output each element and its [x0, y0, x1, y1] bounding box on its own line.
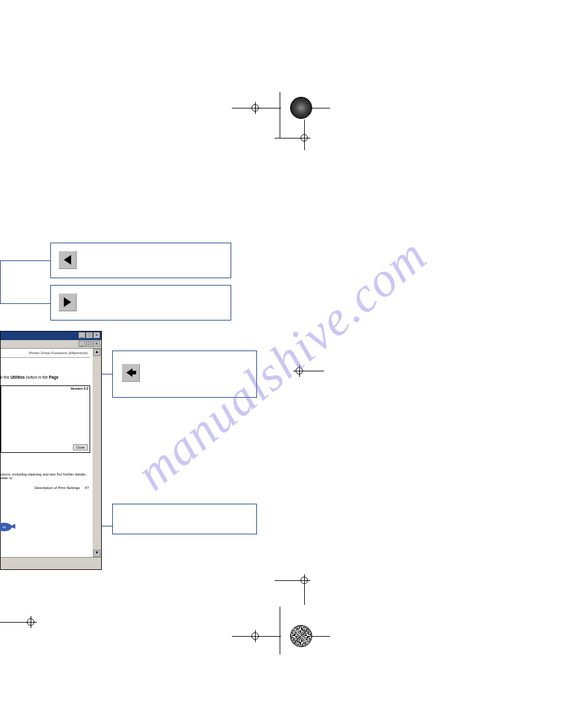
connector-line [0, 260, 50, 261]
page-number: 47 [85, 486, 89, 490]
connector-line [0, 303, 50, 304]
window-close-button[interactable]: × [93, 332, 100, 338]
toolbar-close-button[interactable]: × [93, 341, 100, 347]
document-body: ▲ ▼ Printer Driver Functions (Macintosh)… [1, 349, 101, 557]
divider [1, 357, 90, 358]
previous-page-button[interactable] [58, 251, 77, 269]
scroll-down-button[interactable]: ▼ [93, 550, 101, 557]
crop-mark-bottom-left [0, 613, 43, 631]
return-link[interactable]: rn [0, 523, 12, 531]
toolbar-maximize-button[interactable]: □ [86, 341, 93, 347]
window-toolbar: _ □ × [1, 340, 101, 349]
footer-text: Description of Print Settings [34, 486, 80, 490]
triangle-left-icon [64, 255, 71, 265]
registration-mark-icon [293, 365, 305, 377]
window-minimize-button[interactable]: _ [79, 332, 85, 338]
callout-previous [50, 243, 231, 278]
scroll-up-button[interactable]: ▲ [93, 349, 101, 356]
registration-mark-icon [298, 132, 310, 144]
window-maximize-button[interactable]: □ [86, 332, 93, 338]
registration-mark-icon [25, 616, 37, 628]
document-text-1: k the Utilities button in the Page [1, 360, 91, 383]
crop-circle-icon [290, 97, 312, 119]
registration-mark-icon [298, 574, 310, 586]
window-title-bar: _ □ × [1, 332, 101, 340]
dialog-preview: Version 3.0 Close [1, 385, 90, 453]
document-text-2: ctions, including cleaning and test For … [1, 455, 91, 482]
acrobat-window: _ □ × _ □ × ▲ ▼ Printer Driver Functions… [0, 331, 102, 570]
crop-mark-top-right-inner [287, 119, 318, 150]
toolbar-minimize-button[interactable]: _ [79, 341, 85, 347]
next-page-button[interactable] [58, 293, 77, 311]
registration-mark-icon [249, 630, 261, 642]
crop-circle-radial-icon [290, 625, 312, 647]
connector-line [102, 374, 112, 374]
crop-mark-bottom-right [232, 601, 330, 656]
dialog-close-button[interactable]: Close [73, 444, 88, 450]
callout-return [112, 504, 257, 534]
connector-line [0, 260, 1, 303]
document-header: Printer Driver Functions (Macintosh) [1, 351, 91, 355]
registration-mark-icon [249, 102, 261, 114]
window-status-bar [1, 557, 101, 569]
callout-next [50, 285, 231, 320]
arrow-left-icon [126, 370, 135, 376]
callout-back [112, 351, 257, 398]
dialog-version-label: Version 3.0 [71, 387, 88, 390]
triangle-right-icon [64, 297, 71, 307]
document-footer: Description of Print Settings 47 [1, 486, 91, 490]
back-button[interactable] [121, 363, 140, 382]
crop-mark-bottom-right-inner [287, 573, 318, 604]
crop-mark-middle-right [293, 365, 305, 379]
